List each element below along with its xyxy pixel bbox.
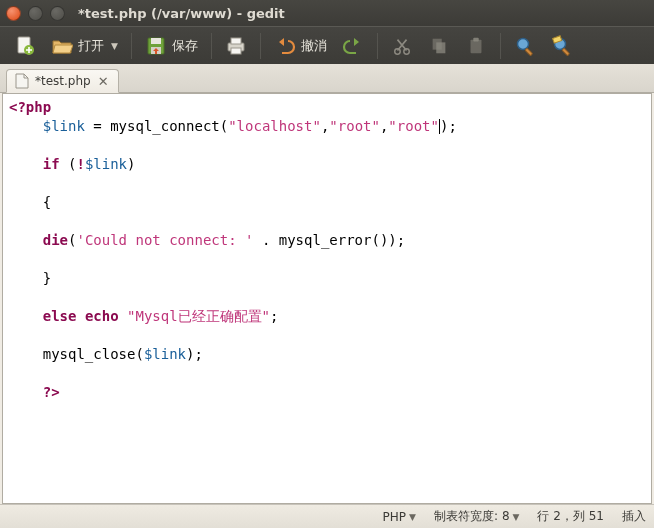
new-file-button[interactable] xyxy=(8,32,42,60)
toolbar-separator xyxy=(211,33,212,59)
code-token: <?php xyxy=(9,99,51,115)
tab-close-button[interactable]: ✕ xyxy=(97,74,110,89)
svg-point-14 xyxy=(517,38,528,49)
file-icon xyxy=(15,73,29,89)
window-close-button[interactable] xyxy=(6,6,21,21)
title-bar: *test.php (/var/www) - gedit xyxy=(0,0,654,26)
undo-icon xyxy=(274,35,296,57)
dropdown-arrow-icon: ▼ xyxy=(513,512,520,522)
redo-button[interactable] xyxy=(336,32,370,60)
svg-rect-6 xyxy=(231,38,241,44)
svg-rect-12 xyxy=(470,39,481,53)
paste-button[interactable] xyxy=(459,32,493,60)
open-label: 打开 xyxy=(78,37,104,55)
svg-rect-7 xyxy=(231,48,241,54)
window-maximize-button[interactable] xyxy=(50,6,65,21)
open-icon xyxy=(51,35,73,57)
status-language-label: PHP xyxy=(383,510,407,524)
open-dropdown-arrow[interactable]: ▼ xyxy=(111,41,118,51)
search-button[interactable] xyxy=(508,32,542,60)
svg-rect-13 xyxy=(473,37,478,41)
replace-button[interactable] xyxy=(545,32,579,60)
copy-button[interactable] xyxy=(422,32,456,60)
text-cursor xyxy=(439,119,440,134)
save-button[interactable]: 保存 xyxy=(139,32,204,60)
redo-icon xyxy=(342,35,364,57)
status-bar: PHP ▼ 制表符宽度: 8 ▼ 行 2，列 51 插入 xyxy=(0,504,654,528)
toolbar-separator xyxy=(500,33,501,59)
code-token: $link xyxy=(43,118,85,134)
tab-bar: *test.php ✕ xyxy=(0,64,654,93)
search-icon xyxy=(514,35,536,57)
copy-icon xyxy=(428,35,450,57)
replace-icon xyxy=(551,35,573,57)
status-cursor-position: 行 2，列 51 xyxy=(537,508,604,525)
status-insert-mode: 插入 xyxy=(622,508,646,525)
open-button[interactable]: 打开 ▼ xyxy=(45,32,124,60)
toolbar-separator xyxy=(131,33,132,59)
toolbar-separator xyxy=(260,33,261,59)
save-label: 保存 xyxy=(172,37,198,55)
undo-button[interactable]: 撤消 xyxy=(268,32,333,60)
status-tabwidth-selector[interactable]: 制表符宽度: 8 ▼ xyxy=(434,508,519,525)
svg-rect-11 xyxy=(436,42,445,53)
print-button[interactable] xyxy=(219,32,253,60)
print-icon xyxy=(225,35,247,57)
tab-testphp[interactable]: *test.php ✕ xyxy=(6,69,119,93)
svg-rect-17 xyxy=(562,48,570,56)
svg-rect-15 xyxy=(525,48,533,56)
cut-button[interactable] xyxy=(385,32,419,60)
cut-icon xyxy=(391,35,413,57)
window-title: *test.php (/var/www) - gedit xyxy=(78,6,285,21)
status-language-selector[interactable]: PHP ▼ xyxy=(383,510,416,524)
toolbar: 打开 ▼ 保存 撤消 xyxy=(0,26,654,64)
save-icon xyxy=(145,35,167,57)
toolbar-separator xyxy=(377,33,378,59)
svg-rect-3 xyxy=(151,38,161,44)
window-minimize-button[interactable] xyxy=(28,6,43,21)
tab-label: *test.php xyxy=(35,74,91,88)
paste-icon xyxy=(465,35,487,57)
code-editor[interactable]: <?php $link = mysql_connect("localhost",… xyxy=(2,93,652,504)
status-tabwidth-label: 制表符宽度: 8 xyxy=(434,508,510,525)
new-file-icon xyxy=(14,35,36,57)
undo-label: 撤消 xyxy=(301,37,327,55)
dropdown-arrow-icon: ▼ xyxy=(409,512,416,522)
